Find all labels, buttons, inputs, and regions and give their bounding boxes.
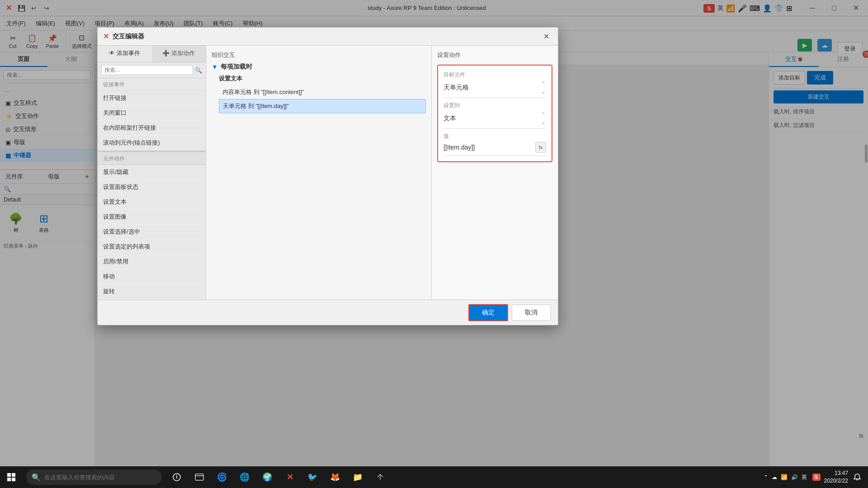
taskbar-search-input[interactable] [44, 474, 144, 481]
action-set-panel-state[interactable]: 设置面板状态 [98, 180, 206, 195]
taskbar-sys: ⌃ ☁ 📶 🔊 英 [764, 474, 807, 481]
dialog-search: 🔍 [98, 62, 206, 78]
value-label: 值 [443, 132, 546, 140]
taskbar-app-2[interactable] [190, 468, 209, 487]
target-component-label: 目标元件 [443, 71, 546, 79]
event-header: ▼ 每项加载时 [212, 63, 426, 71]
action-scroll-to[interactable]: 滚动到元件(锚点链接) [98, 136, 206, 150]
taskbar-time: 13:47 2020/2/22 [824, 469, 848, 485]
dialog-title-icon: ✕ [103, 32, 109, 41]
dialog-left-panel: 👁 添加事件 ➕ 添加动作 🔍 链接事件 打开链接 关闭窗口 在内部框架打开链接… [98, 46, 206, 300]
settings-panel: 目标元件 天单元格 ⌃⌄ 设置到 文本 ⌃⌄ 值 [[Item.day]] fx [437, 65, 552, 162]
svg-rect-1 [12, 473, 15, 477]
confirm-button[interactable]: 确定 [468, 304, 508, 321]
section-component-actions-label: 元件动作 [98, 150, 206, 165]
set-to-value-row: 文本 ⌃⌄ [443, 111, 546, 129]
sys-vol: 🔊 [791, 474, 798, 480]
value-row: [[Item.day]] fx [443, 142, 546, 156]
expand-icon: ⌃ [764, 474, 768, 480]
dialog-close-button[interactable]: ✕ [540, 30, 552, 43]
settings-section-label: 设置动作 [437, 51, 552, 59]
action-row-day[interactable]: 天单元格 到 "[[Item.day]]" [219, 99, 426, 113]
taskbar-search-icon: 🔍 [32, 473, 41, 482]
action-set-list-item[interactable]: 设置选定的列表项 [98, 239, 206, 254]
action-rotate[interactable]: 旋转 [98, 284, 206, 299]
event-name: 每项加载时 [221, 63, 252, 71]
dialog-left-tabs: 👁 添加事件 ➕ 添加动作 [98, 46, 206, 62]
add-event-label: 添加事件 [117, 50, 140, 56]
sys-wifi: 📶 [781, 474, 788, 480]
action-open-link[interactable]: 打开链接 [98, 91, 206, 106]
antivirus-icon: S [812, 474, 821, 481]
svg-rect-2 [7, 478, 11, 481]
dialog-footer: 确定 取消 [98, 300, 558, 325]
action-close-window[interactable]: 关闭窗口 [98, 106, 206, 121]
cancel-button[interactable]: 取消 [512, 305, 551, 321]
interaction-editor-dialog: ✕ 交互编辑器 ✕ 👁 添加事件 ➕ 添加动作 🔍 链接事件 打开链接 [97, 27, 558, 325]
search-icon: 🔍 [195, 67, 202, 74]
sys-lang: 英 [802, 474, 807, 481]
dialog-titlebar: ✕ 交互编辑器 ✕ [98, 28, 558, 46]
taskbar: 🔍 🌀 🌐 🌍 ✕ 🐦 [0, 466, 868, 488]
action-set-selection[interactable]: 设置选择/选中 [98, 225, 206, 239]
svg-rect-3 [12, 478, 15, 481]
tab-add-event[interactable]: 👁 添加事件 [98, 46, 152, 62]
action-row-content[interactable]: 内容单元格 到 "[[Item.content]]" [219, 85, 426, 99]
action-move[interactable]: 移动 [98, 269, 206, 284]
action-show-hide[interactable]: 显示/隐藏 [98, 165, 206, 180]
svg-point-6 [176, 474, 177, 475]
svg-rect-0 [7, 473, 11, 477]
set-to-value: 文本 [443, 113, 541, 124]
organize-interaction-label: 组织交互 [212, 51, 426, 59]
taskbar-app-1[interactable] [167, 468, 186, 487]
date-display: 2020/2/22 [824, 477, 848, 485]
taskbar-show-area [371, 468, 390, 487]
target-value: 天单元格 [443, 82, 541, 94]
taskbar-app-icons: 🌀 🌐 🌍 ✕ 🐦 🦊 📁 [167, 468, 367, 487]
show-desktop-icon[interactable] [371, 468, 390, 487]
action-set-image[interactable]: 设置图像 [98, 210, 206, 225]
value-text: [[Item.day]] [443, 142, 535, 153]
taskbar-app-3[interactable]: 🌀 [212, 468, 231, 487]
target-arrow-icon: ⌃⌄ [541, 80, 546, 95]
tab-add-action[interactable]: ➕ 添加动作 [152, 46, 206, 62]
dialog-body: 👁 添加事件 ➕ 添加动作 🔍 链接事件 打开链接 关闭窗口 在内部框架打开链接… [98, 46, 558, 300]
taskbar-antivirus: S [812, 474, 821, 481]
time-display: 13:47 [824, 469, 848, 477]
target-value-row: 天单元格 ⌃⌄ [443, 80, 546, 98]
section-links-label: 链接事件 [98, 78, 206, 91]
action-set-text[interactable]: 设置文本 [98, 195, 206, 210]
action-open-in-frame[interactable]: 在内部框架打开链接 [98, 121, 206, 136]
dialog-title-text: 交互编辑器 [113, 33, 536, 41]
add-action-icon: ➕ [162, 50, 170, 56]
start-button[interactable] [0, 466, 23, 488]
taskbar-search[interactable]: 🔍 [26, 469, 162, 485]
dialog-middle-panel: 组织交互 ▼ 每项加载时 设置文本 内容单元格 到 "[[Item.conten… [206, 46, 431, 300]
set-to-arrow-icon: ⌃⌄ [541, 111, 546, 126]
fx-button[interactable]: fx [535, 142, 546, 153]
taskbar-right: ⌃ ☁ 📶 🔊 英 S 13:47 2020/2/22 [764, 469, 868, 485]
add-event-icon: 👁 [109, 50, 115, 56]
dialog-search-input[interactable] [101, 65, 193, 75]
add-action-label: 添加动作 [171, 50, 195, 56]
dialog-right-panel: 设置动作 目标元件 天单元格 ⌃⌄ 设置到 文本 ⌃⌄ 值 [[Item.day… [431, 46, 558, 300]
svg-rect-7 [195, 474, 203, 480]
taskbar-app-4[interactable]: 🌐 [235, 468, 254, 487]
taskbar-app-8[interactable]: 🦊 [326, 468, 344, 487]
event-arrow-icon: ▼ [212, 63, 218, 70]
action-section: 设置文本 内容单元格 到 "[[Item.content]]" 天单元格 到 "… [219, 75, 426, 113]
taskbar-app-5[interactable]: 🌍 [258, 468, 277, 487]
taskbar-app-9[interactable]: 📁 [348, 468, 367, 487]
set-to-label: 设置到 [443, 102, 546, 109]
cloud-icon: ☁ [772, 474, 777, 480]
action-section-title: 设置文本 [219, 75, 426, 83]
taskbar-app-6[interactable]: ✕ [280, 468, 299, 487]
action-enable-disable[interactable]: 启用/禁用 [98, 254, 206, 269]
taskbar-app-7[interactable]: 🐦 [303, 468, 322, 487]
notification-icon[interactable] [852, 473, 863, 481]
